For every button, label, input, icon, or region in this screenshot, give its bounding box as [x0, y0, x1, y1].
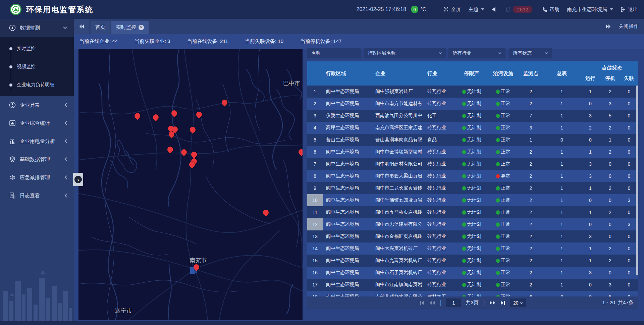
theme-menu[interactable]: 主题 — [468, 6, 484, 13]
col-1: 企业 — [371, 61, 422, 86]
name-filter-input[interactable]: 名称 — [307, 48, 361, 58]
table-row-16[interactable]: 16阆中生态环境局阆中市石子页岩机砖厂砖瓦行业无计划正常21300 — [307, 267, 638, 279]
map-city-label-2: 遂宁市 — [115, 307, 132, 315]
alert-circle-icon — [9, 102, 16, 108]
tabs-scroll-left-button[interactable] — [74, 19, 89, 34]
table-row-4[interactable]: 4高坪生态环境局南充市高坪区王家店建砖瓦行业无计划正常31220 — [307, 122, 638, 134]
table-row-17[interactable]: 17阆中生态环境局阆中市江南镇阆南页岩砖瓦行业无计划正常21030 — [307, 279, 638, 291]
first-page-button[interactable] — [420, 301, 425, 305]
sidebar-item-0[interactable]: 企业异常 — [0, 96, 74, 114]
prev-page-button[interactable] — [429, 301, 435, 305]
chevron-left-icon — [64, 157, 67, 161]
fullscreen-button[interactable]: 全屏 — [443, 6, 461, 13]
close-operations-button[interactable]: 关闭操作 — [619, 23, 639, 30]
table-row-6[interactable]: 6阆中生态环境局阆中市金博瑞新型墙材砖瓦行业无计划正常21120 — [307, 146, 638, 158]
chevron-left-icon — [64, 175, 67, 179]
table-row-5[interactable]: 5营山生态环境局营山县润丰肉食品有限食品无计划正常10010 — [307, 134, 638, 146]
enterprise-table: 行政区域企业行业停限产治污设施监测点总表运行停机失联点位状态 1阆中生态环境局阆… — [307, 61, 638, 296]
sidebar-item-4[interactable]: 应急减排管理 — [0, 168, 74, 186]
stats-panel-icon — [9, 120, 16, 126]
tab-home[interactable]: 首页 — [91, 21, 110, 34]
status-dot — [496, 90, 500, 94]
status-dot — [496, 283, 500, 287]
table-row-11[interactable]: 11阆中生态环境局阆中市五马桥页岩机砖砖瓦行业无计划正常21120 — [307, 206, 638, 218]
notifications[interactable]: 2632 — [505, 6, 532, 13]
logout-button[interactable]: 退出 — [621, 6, 638, 13]
status-dot-green — [462, 283, 466, 287]
region-filter-select[interactable]: 行政区域名称 — [364, 48, 446, 58]
app-logo-icon — [10, 4, 21, 15]
next-page-button[interactable] — [489, 301, 495, 305]
table-row-7[interactable]: 7阆中生态环境局阆中明阳建材有限公司砖瓦行业无计划正常21300 — [307, 158, 638, 170]
industry-filter-select[interactable]: 所有行业 — [448, 48, 505, 58]
page-size-select[interactable]: 20 — [510, 299, 526, 307]
scrollbar[interactable] — [636, 86, 638, 275]
org-menu[interactable]: 南充市生态环境局 — [567, 6, 613, 13]
status-dot — [496, 234, 500, 239]
bell-icon — [505, 6, 511, 12]
status-filter-select[interactable]: 所有状态 — [509, 48, 552, 58]
table-row-9[interactable]: 9阆中生态环境局阆中市二龙长宝页岩砖砖瓦行业无计划正常21120 — [307, 182, 638, 194]
status-dot-green — [462, 222, 466, 227]
status-dot — [496, 102, 500, 106]
filter-row: 名称 行政区域名称 所有行业 所有状态 — [307, 48, 552, 58]
fullscreen-icon — [443, 7, 449, 12]
help-button[interactable]: 帮助 — [542, 6, 559, 13]
sidebar-item-3[interactable]: 基础数据管理 — [0, 150, 74, 168]
stat-item-3: 当前失联设备: 10 — [245, 38, 283, 45]
app-title: 环保用电监管系统 — [26, 4, 93, 15]
phone-icon — [542, 7, 547, 12]
sidebar-subitem-0[interactable]: 实时监控 — [0, 40, 74, 58]
sidebar-item-1[interactable]: 企业综合统计 — [0, 114, 74, 132]
chevron-down-icon — [545, 52, 548, 55]
status-dot-green — [462, 138, 466, 142]
status-dot — [496, 162, 500, 166]
chevron-down-icon — [520, 302, 523, 304]
temperature-badge: 0 — [411, 6, 418, 13]
megaphone-icon — [9, 174, 16, 181]
temperature-unit: ℃ — [420, 6, 426, 12]
page-number-input[interactable]: 1 — [446, 299, 461, 307]
data-monitor-icon — [9, 24, 16, 31]
table-row-1[interactable]: 1阆中生态环境局阆中强锐页岩砖厂砖瓦行业无计划正常21120 — [307, 86, 638, 98]
chevron-left-icon — [64, 121, 67, 125]
datetime: 2021-02-25 17:46:18 — [357, 6, 407, 12]
tab-realtime-monitor[interactable]: 实时监控 ✕ — [111, 21, 149, 34]
table-row-10[interactable]: 10阆中生态环境局阆中千佛镇五郎垭页岩砖瓦行业无计划正常21003 — [307, 194, 638, 206]
table-row-14[interactable]: 14阆中生态环境局阆中大兴页岩机砖厂砖瓦行业无计划正常21120 — [307, 242, 638, 255]
double-right-icon[interactable] — [606, 24, 611, 29]
caret-down-icon — [610, 8, 613, 10]
status-dot — [496, 114, 500, 118]
logout-icon — [621, 7, 626, 12]
table-header: 行政区域企业行业停限产治污设施监测点总表运行停机失联点位状态 — [307, 61, 638, 86]
sidebar-item-2[interactable]: 企业用电量分析 — [0, 132, 74, 150]
table-row-3[interactable]: 3仪陇生态环境局西南油气田分公司川中化工无计划正常71350 — [307, 110, 638, 122]
sidebar-subitem-1[interactable]: 视频监控 — [0, 58, 74, 76]
status-dot — [496, 222, 500, 227]
chevron-left-icon: ‹ — [74, 176, 82, 183]
close-tab-icon[interactable]: ✕ — [139, 25, 144, 30]
map-panel[interactable]: 巴中市南充市遂宁市 — [78, 49, 303, 320]
status-dot — [496, 259, 500, 263]
table-row-8[interactable]: 8阆中生态环境局阆中市枣碧大梁山页岩砖瓦行业无计划异常21300 — [307, 170, 638, 182]
table-row-15[interactable]: 15阆中生态环境局阆中市光富页岩机砖厂砖瓦行业无计划正常21120 — [307, 255, 638, 267]
tabbar: 首页 实时监控 ✕ 关闭操作 — [74, 19, 644, 34]
sidebar: 数据监测 实时监控视频监控企业电力负荷明细 企业异常企业综合统计企业用电量分析基… — [0, 19, 74, 321]
table-row-2[interactable]: 2阆中生态环境局阆中市南方节能建材有砖瓦行业无计划正常21030 — [307, 98, 638, 110]
sidebar-item-5[interactable]: 日志查看 — [0, 186, 74, 205]
status-dot — [496, 126, 500, 130]
status-dot-green — [462, 186, 466, 191]
caret-down-icon — [481, 8, 484, 10]
table-row-18[interactable]: 18南部生态环境局南部县砚华水泥有限公建材加工无计划正常60050 — [307, 291, 638, 296]
sidebar-item-data-monitor[interactable]: 数据监测 — [0, 19, 74, 37]
sidebar-subitem-2[interactable]: 企业电力负荷明细 — [0, 76, 74, 94]
last-page-button[interactable] — [500, 301, 505, 305]
table-row-12[interactable]: 12阆中生态环境局阆中市忠信建材有限公砖瓦行业无计划正常21003 — [307, 218, 638, 230]
mute-icon[interactable] — [492, 7, 495, 12]
stat-item-0: 当前在线企业: 44 — [79, 38, 118, 45]
status-dot-green — [462, 198, 466, 203]
status-dot — [496, 198, 500, 203]
collapse-map-button[interactable]: ‹ — [73, 173, 83, 186]
status-dot — [496, 186, 500, 191]
table-row-13[interactable]: 13阆中生态环境局阆中市金福旺页岩机砖砖瓦行业无计划正常21300 — [307, 230, 638, 242]
